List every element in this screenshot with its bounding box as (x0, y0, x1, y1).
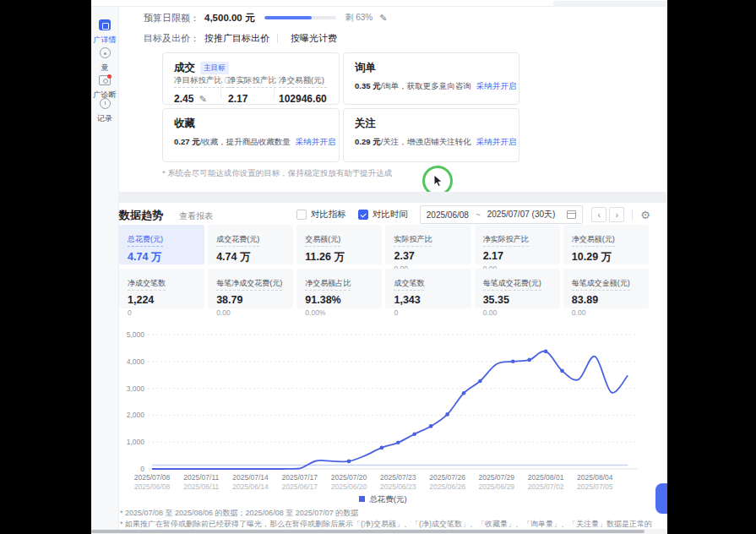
goal-card-deal[interactable]: 成交 主目标 净目标投产比 ⓘ2.45 ✎净实际投产比2.17净交易额(元)10… (162, 52, 340, 105)
date-separator: ~ (476, 210, 481, 220)
tab-bid-by-goal[interactable]: 按推广目标出价 (204, 32, 269, 45)
floating-side-button[interactable] (655, 483, 667, 514)
deal-metric-value: 102946.60 (279, 93, 327, 105)
metric-tile[interactable]: 每笔净成交花费(元)38.790.00 (208, 269, 293, 308)
diagnose-icon (99, 75, 111, 85)
card-desc: 0.35 元/询单，获取更多意向咨询采纳并开启 (355, 81, 516, 92)
budget-remaining: 剩 63% (345, 12, 373, 24)
tab-bid-by-exposure[interactable]: 按曝光计费 (291, 32, 337, 45)
scrollbar-thumb[interactable] (91, 530, 645, 533)
metric-tile[interactable]: 总花费(元)4.74 万0.00 (119, 225, 204, 264)
compare-metric-label[interactable]: 对比指标 (311, 209, 346, 221)
metric-tile[interactable]: 每笔成交花费(元)35.350.00 (475, 269, 560, 308)
svg-text:2025/07/29: 2025/07/29 (479, 473, 515, 482)
tile-label: 每笔成交金额(元) (572, 278, 630, 291)
compare-metric-checkbox[interactable] (296, 210, 307, 220)
metric-tile[interactable]: 净成交笔数1,2240 (119, 269, 204, 308)
tile-value: 4.74 万 (216, 250, 285, 264)
deal-metric-label: 净目标投产比 ⓘ (174, 75, 232, 88)
svg-text:2025/06/23: 2025/06/23 (380, 482, 416, 491)
divider (220, 77, 221, 99)
settings-gear-icon[interactable]: ⚙ (640, 209, 650, 221)
metric-tile[interactable]: 净交易额(元)10.29 万0.00 (563, 225, 649, 264)
tile-label: 净交易额(元) (572, 234, 615, 247)
svg-text:2025/07/08: 2025/07/08 (134, 473, 171, 482)
svg-text:2025/08/01: 2025/08/01 (528, 473, 564, 482)
svg-text:2025/06/11: 2025/06/11 (183, 482, 219, 491)
adopt-enable-link[interactable]: 采纳并开启 (296, 137, 336, 146)
red-dot-badge (107, 74, 111, 79)
creative-icon (100, 47, 111, 58)
compare-time-label[interactable]: 对比时间 (373, 209, 408, 221)
tile-value: 2.17 (483, 250, 552, 262)
card-title: 询单 (355, 61, 376, 75)
prev-period-button[interactable]: ‹ (591, 207, 606, 222)
trend-header: 数据趋势 查看报表 对比指标 对比时间 2025/06/08 ~ 2025/07… (118, 205, 667, 224)
metric-tile[interactable]: 实际投产比2.370.00 (385, 225, 470, 264)
metric-tile[interactable]: 成交花费(元)4.74 万0.00 (208, 225, 293, 264)
view-report-link[interactable]: 查看报表 (179, 210, 213, 222)
tile-label: 每笔成交花费(元) (483, 278, 541, 291)
sidebar-item-label: 广详情 (91, 35, 118, 44)
metric-tile[interactable]: 净实际投产比2.170.00 (475, 225, 560, 264)
tile-compare-value: 0.00 (572, 308, 640, 317)
card-title: 关注 (355, 117, 376, 131)
svg-text:2,000: 2,000 (127, 411, 145, 419)
svg-text:2025/07/23: 2025/07/23 (380, 473, 416, 482)
svg-text:2025/07/11: 2025/07/11 (183, 473, 219, 482)
budget-progress-bar (264, 16, 336, 19)
daily-budget-label: 预算日限额： (144, 12, 199, 25)
metric-tile[interactable]: 每笔成交金额(元)83.890.00 (563, 269, 649, 308)
tile-compare-value: 0 (394, 308, 462, 317)
date-range-input[interactable]: 2025/06/08 ~ 2025/07/07 (30天) (420, 205, 584, 224)
compare-time-checkbox[interactable] (358, 210, 368, 220)
card-desc: 0.29 元/关注，增强店铺关注转化采纳并开启 (355, 137, 516, 148)
sidebar-item-1[interactable]: 广详情 (91, 19, 118, 44)
trend-line-chart[interactable]: 01,0002,0003,0004,0005,0002025/07/082025… (119, 330, 651, 495)
legend-label: 总花费(元) (369, 494, 406, 504)
tile-compare-value: 0 (128, 308, 196, 317)
svg-text:2025/07/26: 2025/07/26 (429, 473, 465, 482)
edit-roi-icon[interactable]: ✎ (199, 94, 207, 104)
metric-tile[interactable]: 净交易额占比91.38%0.00% (296, 269, 382, 308)
edit-budget-icon[interactable]: ✎ (379, 13, 387, 24)
tile-label: 净交易额占比 (305, 278, 351, 291)
sidebar-item-label: 意 (91, 63, 118, 72)
deal-metric-value: 2.45 ✎ (174, 93, 232, 105)
daily-budget-row: 预算日限额： 4,500.00 元 剩 63% ✎ (144, 11, 387, 25)
svg-text:2025/06/14: 2025/06/14 (232, 482, 269, 491)
top-toolbar-pill (553, 1, 667, 7)
deal-metric-3: 净交易额(元)102946.60 (279, 75, 327, 105)
metric-tile[interactable]: 交易额(元)11.26 万0.00 (296, 225, 382, 264)
svg-text:1,000: 1,000 (127, 438, 145, 446)
top-strip (91, 0, 667, 7)
tile-label: 成交笔数 (394, 278, 424, 291)
svg-text:2025/07/14: 2025/07/14 (232, 473, 269, 482)
svg-text:2025/06/08: 2025/06/08 (134, 482, 171, 491)
daily-budget-value: 4,500.00 元 (204, 12, 254, 25)
tile-label: 实际投产比 (394, 234, 432, 247)
svg-text:2025/07/17: 2025/07/17 (282, 473, 318, 482)
footnote-1: * 2025/07/08 至 2025/08/06 的数据；2025/06/08… (120, 508, 358, 519)
tile-label: 成交花费(元) (216, 234, 259, 247)
adopt-enable-link[interactable]: 采纳并开启 (476, 81, 517, 90)
mouse-cursor (432, 174, 444, 188)
svg-text:2025/07/02: 2025/07/02 (528, 482, 564, 491)
tile-value: 11.26 万 (305, 250, 373, 264)
tile-value: 91.38% (305, 294, 373, 306)
adopt-enable-link[interactable]: 采纳并开启 (476, 137, 517, 146)
svg-text:2025/06/17: 2025/06/17 (282, 482, 318, 491)
sidebar-item-4[interactable]: 记录 (91, 97, 118, 123)
next-period-button[interactable]: › (609, 207, 624, 222)
metric-tile[interactable]: 成交笔数1,3430 (385, 269, 470, 308)
svg-text:2025/06/26: 2025/06/26 (429, 482, 465, 491)
sidebar-item-3[interactable]: 广诊断 (91, 74, 118, 99)
tile-value: 1,224 (128, 294, 196, 306)
history-icon (100, 98, 111, 109)
tile-label: 净成交笔数 (128, 278, 166, 291)
svg-text:2025/06/29: 2025/06/29 (479, 482, 515, 491)
sidebar-item-2[interactable]: 意 (91, 46, 118, 72)
goal-card-inquiry: 询单0.35 元/询单，获取更多意向咨询采纳并开启 (343, 52, 519, 105)
trend-title: 数据趋势 (119, 208, 163, 223)
tile-compare-value: 0.00 (216, 308, 285, 317)
